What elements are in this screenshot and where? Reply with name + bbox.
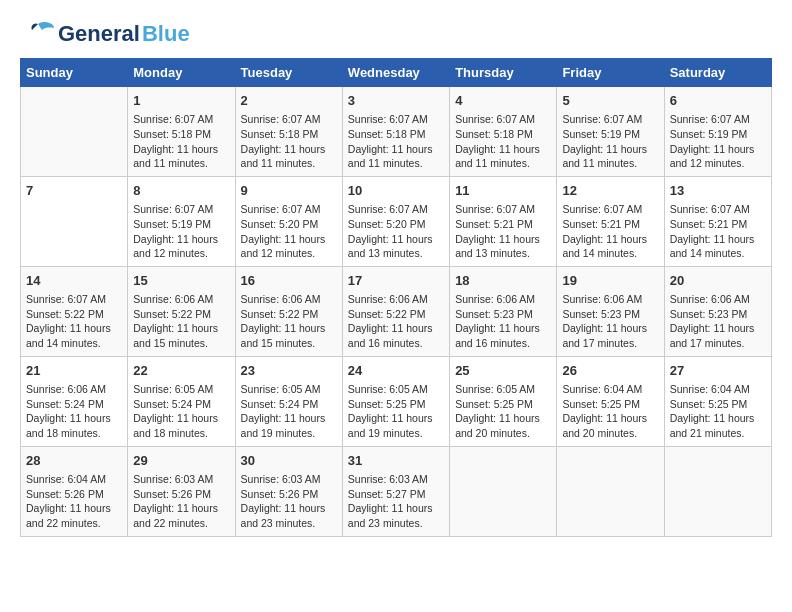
day-info: Sunrise: 6:05 AMSunset: 5:24 PMDaylight:… [241,382,337,441]
day-number: 20 [670,272,766,290]
calendar-cell: 7 [21,176,128,266]
week-row-4: 21Sunrise: 6:06 AMSunset: 5:24 PMDayligh… [21,356,772,446]
calendar-cell: 8Sunrise: 6:07 AMSunset: 5:19 PMDaylight… [128,176,235,266]
day-info: Sunrise: 6:05 AMSunset: 5:24 PMDaylight:… [133,382,229,441]
calendar-cell: 30Sunrise: 6:03 AMSunset: 5:26 PMDayligh… [235,446,342,536]
calendar-cell [450,446,557,536]
calendar-cell: 14Sunrise: 6:07 AMSunset: 5:22 PMDayligh… [21,266,128,356]
calendar-cell: 31Sunrise: 6:03 AMSunset: 5:27 PMDayligh… [342,446,449,536]
day-number: 29 [133,452,229,470]
day-number: 6 [670,92,766,110]
day-number: 11 [455,182,551,200]
calendar-cell: 26Sunrise: 6:04 AMSunset: 5:25 PMDayligh… [557,356,664,446]
day-number: 24 [348,362,444,380]
page-header: General Blue [20,20,772,48]
day-number: 3 [348,92,444,110]
logo-bird-icon [20,20,56,48]
weekday-header-saturday: Saturday [664,59,771,87]
day-number: 1 [133,92,229,110]
day-number: 9 [241,182,337,200]
calendar-cell: 5Sunrise: 6:07 AMSunset: 5:19 PMDaylight… [557,87,664,177]
calendar-cell [664,446,771,536]
weekday-header-monday: Monday [128,59,235,87]
day-info: Sunrise: 6:03 AMSunset: 5:26 PMDaylight:… [241,472,337,531]
calendar-cell: 20Sunrise: 6:06 AMSunset: 5:23 PMDayligh… [664,266,771,356]
calendar-cell: 10Sunrise: 6:07 AMSunset: 5:20 PMDayligh… [342,176,449,266]
calendar-table: SundayMondayTuesdayWednesdayThursdayFrid… [20,58,772,537]
logo-general-text: General [58,21,140,47]
week-row-2: 78Sunrise: 6:07 AMSunset: 5:19 PMDayligh… [21,176,772,266]
day-number: 16 [241,272,337,290]
calendar-cell: 4Sunrise: 6:07 AMSunset: 5:18 PMDaylight… [450,87,557,177]
calendar-cell: 13Sunrise: 6:07 AMSunset: 5:21 PMDayligh… [664,176,771,266]
day-number: 7 [26,182,122,200]
day-info: Sunrise: 6:07 AMSunset: 5:20 PMDaylight:… [348,202,444,261]
day-info: Sunrise: 6:06 AMSunset: 5:24 PMDaylight:… [26,382,122,441]
calendar-cell: 18Sunrise: 6:06 AMSunset: 5:23 PMDayligh… [450,266,557,356]
day-info: Sunrise: 6:07 AMSunset: 5:18 PMDaylight:… [348,112,444,171]
weekday-header-tuesday: Tuesday [235,59,342,87]
calendar-cell: 29Sunrise: 6:03 AMSunset: 5:26 PMDayligh… [128,446,235,536]
day-info: Sunrise: 6:07 AMSunset: 5:22 PMDaylight:… [26,292,122,351]
calendar-cell: 12Sunrise: 6:07 AMSunset: 5:21 PMDayligh… [557,176,664,266]
day-number: 19 [562,272,658,290]
day-info: Sunrise: 6:07 AMSunset: 5:21 PMDaylight:… [455,202,551,261]
day-info: Sunrise: 6:07 AMSunset: 5:21 PMDaylight:… [562,202,658,261]
day-number: 18 [455,272,551,290]
calendar-cell [557,446,664,536]
logo: General Blue [20,20,190,48]
weekday-header-thursday: Thursday [450,59,557,87]
day-number: 22 [133,362,229,380]
weekday-header-row: SundayMondayTuesdayWednesdayThursdayFrid… [21,59,772,87]
weekday-header-wednesday: Wednesday [342,59,449,87]
week-row-5: 28Sunrise: 6:04 AMSunset: 5:26 PMDayligh… [21,446,772,536]
day-number: 5 [562,92,658,110]
day-info: Sunrise: 6:06 AMSunset: 5:23 PMDaylight:… [562,292,658,351]
calendar-cell: 28Sunrise: 6:04 AMSunset: 5:26 PMDayligh… [21,446,128,536]
day-info: Sunrise: 6:07 AMSunset: 5:18 PMDaylight:… [241,112,337,171]
day-number: 21 [26,362,122,380]
day-number: 30 [241,452,337,470]
day-number: 8 [133,182,229,200]
day-info: Sunrise: 6:03 AMSunset: 5:27 PMDaylight:… [348,472,444,531]
weekday-header-sunday: Sunday [21,59,128,87]
day-info: Sunrise: 6:07 AMSunset: 5:21 PMDaylight:… [670,202,766,261]
calendar-cell: 23Sunrise: 6:05 AMSunset: 5:24 PMDayligh… [235,356,342,446]
day-info: Sunrise: 6:04 AMSunset: 5:25 PMDaylight:… [670,382,766,441]
day-info: Sunrise: 6:05 AMSunset: 5:25 PMDaylight:… [455,382,551,441]
day-info: Sunrise: 6:04 AMSunset: 5:26 PMDaylight:… [26,472,122,531]
day-info: Sunrise: 6:07 AMSunset: 5:18 PMDaylight:… [133,112,229,171]
calendar-cell: 22Sunrise: 6:05 AMSunset: 5:24 PMDayligh… [128,356,235,446]
day-number: 27 [670,362,766,380]
calendar-cell: 1Sunrise: 6:07 AMSunset: 5:18 PMDaylight… [128,87,235,177]
day-number: 15 [133,272,229,290]
calendar-cell: 6Sunrise: 6:07 AMSunset: 5:19 PMDaylight… [664,87,771,177]
day-number: 4 [455,92,551,110]
calendar-cell: 16Sunrise: 6:06 AMSunset: 5:22 PMDayligh… [235,266,342,356]
day-number: 25 [455,362,551,380]
day-number: 23 [241,362,337,380]
calendar-cell: 19Sunrise: 6:06 AMSunset: 5:23 PMDayligh… [557,266,664,356]
logo-blue-text: Blue [142,21,190,47]
week-row-3: 14Sunrise: 6:07 AMSunset: 5:22 PMDayligh… [21,266,772,356]
day-number: 17 [348,272,444,290]
day-info: Sunrise: 6:07 AMSunset: 5:18 PMDaylight:… [455,112,551,171]
day-number: 31 [348,452,444,470]
day-info: Sunrise: 6:06 AMSunset: 5:23 PMDaylight:… [455,292,551,351]
calendar-cell: 9Sunrise: 6:07 AMSunset: 5:20 PMDaylight… [235,176,342,266]
day-number: 28 [26,452,122,470]
calendar-cell: 17Sunrise: 6:06 AMSunset: 5:22 PMDayligh… [342,266,449,356]
day-info: Sunrise: 6:04 AMSunset: 5:25 PMDaylight:… [562,382,658,441]
calendar-cell: 15Sunrise: 6:06 AMSunset: 5:22 PMDayligh… [128,266,235,356]
calendar-cell: 27Sunrise: 6:04 AMSunset: 5:25 PMDayligh… [664,356,771,446]
day-info: Sunrise: 6:07 AMSunset: 5:19 PMDaylight:… [133,202,229,261]
day-number: 2 [241,92,337,110]
calendar-cell: 3Sunrise: 6:07 AMSunset: 5:18 PMDaylight… [342,87,449,177]
day-info: Sunrise: 6:03 AMSunset: 5:26 PMDaylight:… [133,472,229,531]
day-info: Sunrise: 6:07 AMSunset: 5:19 PMDaylight:… [562,112,658,171]
day-info: Sunrise: 6:06 AMSunset: 5:22 PMDaylight:… [133,292,229,351]
day-number: 10 [348,182,444,200]
day-number: 26 [562,362,658,380]
calendar-cell: 2Sunrise: 6:07 AMSunset: 5:18 PMDaylight… [235,87,342,177]
calendar-cell: 25Sunrise: 6:05 AMSunset: 5:25 PMDayligh… [450,356,557,446]
